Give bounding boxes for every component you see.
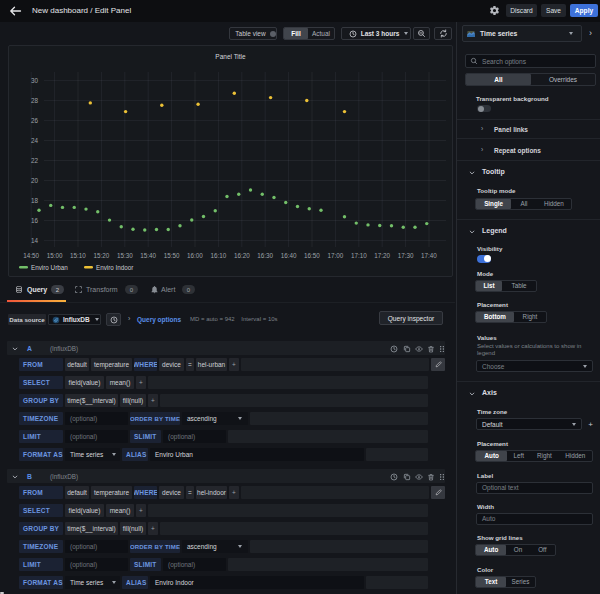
svg-text:26: 26 [31, 117, 39, 124]
svg-text:16: 16 [31, 217, 39, 224]
svg-text:15:30: 15:30 [117, 252, 133, 259]
svg-text:16:20: 16:20 [234, 252, 250, 259]
svg-text:Enviro Urban: Enviro Urban [31, 264, 68, 271]
svg-text:16:30: 16:30 [257, 252, 273, 259]
svg-text:16:50: 16:50 [304, 252, 320, 259]
svg-text:16:10: 16:10 [211, 252, 227, 259]
svg-text:17:20: 17:20 [374, 252, 390, 259]
svg-text:17:00: 17:00 [328, 252, 344, 259]
svg-text:16:40: 16:40 [281, 252, 297, 259]
svg-text:16:00: 16:00 [187, 252, 203, 259]
svg-text:15:50: 15:50 [164, 252, 180, 259]
svg-text:17:10: 17:10 [351, 252, 367, 259]
svg-text:15:40: 15:40 [140, 252, 156, 259]
svg-text:14:50: 14:50 [23, 252, 39, 259]
svg-text:14: 14 [31, 237, 39, 244]
svg-text:24: 24 [31, 137, 39, 144]
svg-text:18: 18 [31, 197, 39, 204]
svg-text:17:40: 17:40 [421, 252, 437, 259]
svg-text:Enviro Indoor: Enviro Indoor [96, 264, 133, 271]
svg-text:15:10: 15:10 [70, 252, 86, 259]
svg-text:22: 22 [31, 157, 39, 164]
svg-text:28: 28 [31, 97, 39, 104]
svg-text:17:30: 17:30 [398, 252, 414, 259]
svg-text:30: 30 [31, 77, 39, 84]
svg-text:20: 20 [31, 177, 39, 184]
svg-text:15:20: 15:20 [94, 252, 110, 259]
svg-text:15:00: 15:00 [47, 252, 63, 259]
